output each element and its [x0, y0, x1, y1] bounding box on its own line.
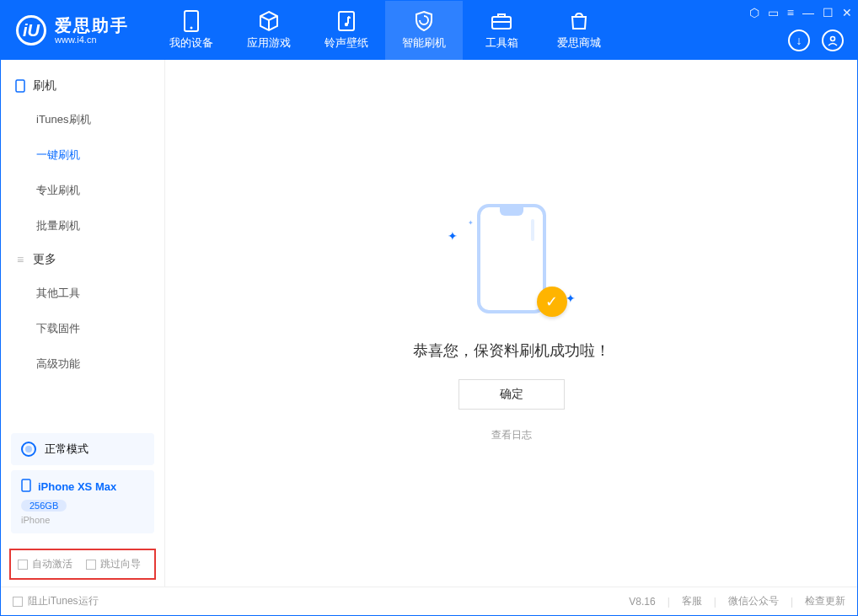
top-nav: 我的设备 应用游戏 铃声壁纸 智能刷机 工具箱 爱思商城 [153, 1, 618, 60]
footer-link-wechat[interactable]: 微信公众号 [728, 594, 779, 608]
close-icon[interactable]: ✕ [842, 6, 852, 19]
checkbox-icon [13, 597, 23, 607]
app-site: www.i4.cn [55, 35, 129, 45]
sidebar-item-firmware[interactable]: 下载固件 [1, 311, 164, 346]
ok-button[interactable]: 确定 [458, 379, 565, 410]
note-icon[interactable]: ▭ [768, 6, 779, 19]
svg-point-5 [831, 37, 835, 41]
status-dot-icon [21, 442, 36, 457]
minimize-icon[interactable]: ― [802, 6, 814, 19]
sparkle-icon: ✦ [468, 219, 474, 227]
sidebar-scroll: 刷机 iTunes刷机 一键刷机 专业刷机 批量刷机 ≡ 更多 其他工具 下载固… [1, 60, 164, 426]
nav-label: 铃声壁纸 [324, 35, 368, 51]
nav-label: 工具箱 [485, 35, 518, 51]
nav-flash[interactable]: 智能刷机 [385, 1, 463, 60]
svg-point-1 [190, 27, 193, 29]
logo[interactable]: iU 爱思助手 www.i4.cn [1, 15, 144, 46]
sidebar-item-other[interactable]: 其他工具 [1, 276, 164, 311]
group-title: 刷机 [33, 78, 56, 94]
app-name: 爱思助手 [55, 16, 129, 35]
phone-illustration [477, 204, 546, 313]
music-icon [335, 10, 357, 32]
checkbox-icon [86, 560, 96, 570]
sidebar-item-pro[interactable]: 专业刷机 [1, 173, 164, 208]
checkbox-label: 跳过向导 [100, 557, 141, 571]
bag-icon [568, 10, 590, 32]
main-content: ✦ ✦ ✦ ✓ 恭喜您，保资料刷机成功啦！ 确定 查看日志 [165, 60, 857, 587]
svg-rect-2 [339, 12, 354, 30]
device-name: iPhone XS Max [38, 480, 116, 493]
sidebar-group-flash[interactable]: 刷机 [1, 70, 164, 102]
device-card[interactable]: iPhone XS Max 256GB iPhone [11, 470, 154, 533]
footer-link-support[interactable]: 客服 [682, 594, 702, 608]
nav-store[interactable]: 爱思商城 [540, 1, 618, 60]
phone-icon [14, 80, 26, 92]
flash-options: 自动激活 跳过向导 [9, 549, 156, 580]
nav-ringtones[interactable]: 铃声壁纸 [308, 1, 385, 60]
nav-label: 我的设备 [169, 35, 213, 51]
skip-guide-checkbox[interactable]: 跳过向导 [86, 557, 141, 571]
checkbox-icon [18, 560, 28, 570]
auto-activate-checkbox[interactable]: 自动激活 [18, 557, 72, 571]
svg-rect-6 [16, 80, 24, 92]
shirt-icon[interactable]: ⬡ [749, 6, 759, 19]
nav-apps[interactable]: 应用游戏 [230, 1, 308, 60]
body: 刷机 iTunes刷机 一键刷机 专业刷机 批量刷机 ≡ 更多 其他工具 下载固… [1, 60, 857, 587]
separator: | [791, 596, 793, 608]
device-type: iPhone [21, 515, 144, 525]
menu-icon: ≡ [14, 254, 26, 265]
sidebar-item-oneclick[interactable]: 一键刷机 [1, 137, 164, 173]
nav-label: 智能刷机 [402, 35, 446, 51]
device-storage: 256GB [21, 500, 67, 512]
check-badge-icon: ✓ [537, 287, 567, 317]
menu-icon[interactable]: ≡ [787, 6, 794, 19]
logo-text: 爱思助手 www.i4.cn [55, 16, 129, 45]
cube-icon [258, 10, 280, 32]
titlebar: iU 爱思助手 www.i4.cn 我的设备 应用游戏 铃声壁纸 智能刷机 [1, 1, 857, 60]
toolbox-icon [491, 10, 512, 32]
checkbox-label: 阻止iTunes运行 [28, 594, 99, 608]
footer-link-update[interactable]: 检查更新 [805, 594, 845, 608]
sidebar-item-itunes[interactable]: iTunes刷机 [1, 102, 164, 137]
maximize-icon[interactable]: ☐ [823, 6, 834, 19]
separator: | [668, 596, 670, 608]
nav-my-device[interactable]: 我的设备 [153, 1, 230, 60]
footer: 阻止iTunes运行 V8.16 | 客服 | 微信公众号 | 检查更新 [1, 587, 857, 615]
window-controls: ⬡ ▭ ≡ ― ☐ ✕ [749, 6, 852, 19]
svg-point-3 [345, 23, 348, 26]
separator: | [714, 596, 716, 608]
view-log-link[interactable]: 查看日志 [491, 428, 532, 442]
nav-label: 爱思商城 [557, 35, 601, 51]
nav-label: 应用游戏 [247, 35, 291, 51]
download-icon[interactable]: ↓ [788, 29, 810, 51]
sidebar-group-more[interactable]: ≡ 更多 [1, 244, 164, 276]
logo-icon: iU [16, 15, 46, 46]
device-mode-status[interactable]: 正常模式 [11, 433, 154, 465]
shield-icon [413, 10, 435, 32]
sidebar-item-advanced[interactable]: 高级功能 [1, 346, 164, 382]
sparkle-icon: ✦ [448, 229, 458, 243]
user-icon[interactable] [822, 29, 844, 51]
phone-icon [21, 479, 31, 495]
status-label: 正常模式 [45, 442, 88, 457]
block-itunes-checkbox[interactable]: 阻止iTunes运行 [13, 594, 99, 608]
nav-toolbox[interactable]: 工具箱 [463, 1, 540, 60]
account-controls: ↓ [788, 29, 844, 51]
sidebar: 刷机 iTunes刷机 一键刷机 专业刷机 批量刷机 ≡ 更多 其他工具 下载固… [1, 60, 165, 587]
checkbox-label: 自动激活 [32, 557, 72, 571]
success-message: 恭喜您，保资料刷机成功啦！ [413, 340, 610, 361]
sidebar-item-batch[interactable]: 批量刷机 [1, 208, 164, 244]
svg-rect-7 [22, 479, 30, 491]
success-illustration: ✦ ✦ ✦ ✓ [453, 204, 571, 322]
version-label: V8.16 [629, 596, 655, 608]
app-window: iU 爱思助手 www.i4.cn 我的设备 应用游戏 铃声壁纸 智能刷机 [0, 0, 858, 616]
group-title: 更多 [33, 252, 56, 267]
device-icon [180, 10, 202, 32]
